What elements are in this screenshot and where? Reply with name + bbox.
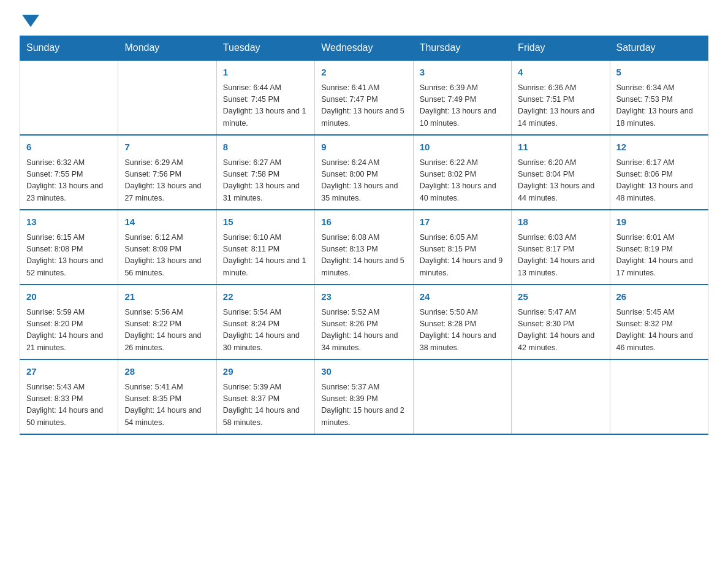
day-number: 29 xyxy=(223,365,308,379)
day-info: Sunrise: 6:03 AMSunset: 8:17 PMDaylight:… xyxy=(518,232,603,280)
day-number: 17 xyxy=(420,215,505,229)
day-number: 22 xyxy=(223,290,308,304)
calendar-cell: 21Sunrise: 5:56 AMSunset: 8:22 PMDayligh… xyxy=(118,285,216,359)
weekday-header-tuesday: Tuesday xyxy=(216,36,314,61)
day-number: 12 xyxy=(616,140,702,155)
day-info: Sunrise: 6:15 AMSunset: 8:08 PMDaylight:… xyxy=(26,232,112,280)
calendar-week-row: 27Sunrise: 5:43 AMSunset: 8:33 PMDayligh… xyxy=(20,359,708,434)
day-info: Sunrise: 6:44 AMSunset: 7:45 PMDaylight:… xyxy=(223,82,308,130)
day-number: 9 xyxy=(321,140,406,155)
day-info: Sunrise: 6:24 AMSunset: 8:00 PMDaylight:… xyxy=(321,157,406,205)
day-info: Sunrise: 6:17 AMSunset: 8:06 PMDaylight:… xyxy=(616,157,702,205)
day-info: Sunrise: 6:39 AMSunset: 7:49 PMDaylight:… xyxy=(420,82,505,130)
day-number: 4 xyxy=(518,66,603,80)
day-number: 16 xyxy=(321,215,406,229)
calendar-cell: 13Sunrise: 6:15 AMSunset: 8:08 PMDayligh… xyxy=(20,210,118,285)
calendar-cell: 24Sunrise: 5:50 AMSunset: 8:28 PMDayligh… xyxy=(413,285,511,359)
day-number: 2 xyxy=(321,66,406,80)
day-info: Sunrise: 5:59 AMSunset: 8:20 PMDaylight:… xyxy=(26,307,112,354)
weekday-header-thursday: Thursday xyxy=(413,36,511,61)
calendar-cell: 20Sunrise: 5:59 AMSunset: 8:20 PMDayligh… xyxy=(20,285,118,359)
calendar-cell xyxy=(20,60,118,135)
calendar-week-row: 13Sunrise: 6:15 AMSunset: 8:08 PMDayligh… xyxy=(20,210,708,285)
calendar-cell: 29Sunrise: 5:39 AMSunset: 8:37 PMDayligh… xyxy=(216,359,314,434)
calendar-cell: 12Sunrise: 6:17 AMSunset: 8:06 PMDayligh… xyxy=(610,135,708,210)
day-info: Sunrise: 5:50 AMSunset: 8:28 PMDaylight:… xyxy=(420,307,505,354)
day-info: Sunrise: 5:54 AMSunset: 8:24 PMDaylight:… xyxy=(223,307,308,354)
day-info: Sunrise: 6:36 AMSunset: 7:51 PMDaylight:… xyxy=(518,82,603,130)
calendar-cell: 27Sunrise: 5:43 AMSunset: 8:33 PMDayligh… xyxy=(20,359,118,434)
day-info: Sunrise: 5:37 AMSunset: 8:39 PMDaylight:… xyxy=(321,381,406,429)
day-number: 15 xyxy=(223,215,308,229)
day-number: 3 xyxy=(420,66,505,80)
day-info: Sunrise: 6:22 AMSunset: 8:02 PMDaylight:… xyxy=(420,157,505,205)
calendar-cell xyxy=(413,359,511,434)
day-info: Sunrise: 6:29 AMSunset: 7:56 PMDaylight:… xyxy=(124,157,210,205)
calendar-cell xyxy=(512,359,610,434)
day-info: Sunrise: 5:52 AMSunset: 8:26 PMDaylight:… xyxy=(321,307,406,354)
day-info: Sunrise: 5:41 AMSunset: 8:35 PMDaylight:… xyxy=(124,381,210,429)
calendar-cell: 30Sunrise: 5:37 AMSunset: 8:39 PMDayligh… xyxy=(315,359,413,434)
day-number: 14 xyxy=(124,215,210,229)
weekday-header-sunday: Sunday xyxy=(20,36,118,61)
day-number: 13 xyxy=(26,215,112,229)
calendar-cell: 5Sunrise: 6:34 AMSunset: 7:53 PMDaylight… xyxy=(610,60,708,135)
calendar-table: SundayMondayTuesdayWednesdayThursdayFrid… xyxy=(20,36,708,435)
day-number: 27 xyxy=(26,365,112,379)
calendar-cell: 7Sunrise: 6:29 AMSunset: 7:56 PMDaylight… xyxy=(118,135,216,210)
day-number: 28 xyxy=(124,365,210,379)
day-number: 21 xyxy=(124,290,210,304)
calendar-cell: 16Sunrise: 6:08 AMSunset: 8:13 PMDayligh… xyxy=(315,210,413,285)
day-number: 11 xyxy=(518,140,603,155)
calendar-cell: 18Sunrise: 6:03 AMSunset: 8:17 PMDayligh… xyxy=(512,210,610,285)
calendar-cell: 9Sunrise: 6:24 AMSunset: 8:00 PMDaylight… xyxy=(315,135,413,210)
calendar-cell: 26Sunrise: 5:45 AMSunset: 8:32 PMDayligh… xyxy=(610,285,708,359)
calendar-cell: 19Sunrise: 6:01 AMSunset: 8:19 PMDayligh… xyxy=(610,210,708,285)
day-number: 7 xyxy=(124,140,210,155)
day-number: 25 xyxy=(518,290,603,304)
day-number: 20 xyxy=(26,290,112,304)
day-info: Sunrise: 6:34 AMSunset: 7:53 PMDaylight:… xyxy=(616,82,702,130)
calendar-cell: 15Sunrise: 6:10 AMSunset: 8:11 PMDayligh… xyxy=(216,210,314,285)
logo-triangle-icon xyxy=(22,15,39,27)
calendar-cell: 22Sunrise: 5:54 AMSunset: 8:24 PMDayligh… xyxy=(216,285,314,359)
day-number: 8 xyxy=(223,140,308,155)
day-info: Sunrise: 5:47 AMSunset: 8:30 PMDaylight:… xyxy=(518,307,603,354)
calendar-week-row: 6Sunrise: 6:32 AMSunset: 7:55 PMDaylight… xyxy=(20,135,708,210)
calendar-cell: 3Sunrise: 6:39 AMSunset: 7:49 PMDaylight… xyxy=(413,60,511,135)
calendar-cell: 14Sunrise: 6:12 AMSunset: 8:09 PMDayligh… xyxy=(118,210,216,285)
calendar-week-row: 20Sunrise: 5:59 AMSunset: 8:20 PMDayligh… xyxy=(20,285,708,359)
day-info: Sunrise: 6:20 AMSunset: 8:04 PMDaylight:… xyxy=(518,157,603,205)
calendar-cell: 23Sunrise: 5:52 AMSunset: 8:26 PMDayligh… xyxy=(315,285,413,359)
calendar-cell: 25Sunrise: 5:47 AMSunset: 8:30 PMDayligh… xyxy=(512,285,610,359)
day-number: 30 xyxy=(321,365,406,379)
day-info: Sunrise: 6:10 AMSunset: 8:11 PMDaylight:… xyxy=(223,232,308,280)
day-info: Sunrise: 5:56 AMSunset: 8:22 PMDaylight:… xyxy=(124,307,210,354)
day-number: 19 xyxy=(616,215,702,229)
calendar-week-row: 1Sunrise: 6:44 AMSunset: 7:45 PMDaylight… xyxy=(20,60,708,135)
calendar-cell: 28Sunrise: 5:41 AMSunset: 8:35 PMDayligh… xyxy=(118,359,216,434)
day-number: 23 xyxy=(321,290,406,304)
day-info: Sunrise: 6:27 AMSunset: 7:58 PMDaylight:… xyxy=(223,157,308,205)
day-number: 6 xyxy=(26,140,112,155)
calendar-cell: 11Sunrise: 6:20 AMSunset: 8:04 PMDayligh… xyxy=(512,135,610,210)
logo xyxy=(20,15,39,23)
calendar-cell: 2Sunrise: 6:41 AMSunset: 7:47 PMDaylight… xyxy=(315,60,413,135)
day-info: Sunrise: 6:41 AMSunset: 7:47 PMDaylight:… xyxy=(321,82,406,130)
weekday-header-monday: Monday xyxy=(118,36,216,61)
calendar-cell xyxy=(118,60,216,135)
calendar-cell: 1Sunrise: 6:44 AMSunset: 7:45 PMDaylight… xyxy=(216,60,314,135)
weekday-header-wednesday: Wednesday xyxy=(315,36,413,61)
day-number: 10 xyxy=(420,140,505,155)
day-number: 18 xyxy=(518,215,603,229)
day-info: Sunrise: 6:12 AMSunset: 8:09 PMDaylight:… xyxy=(124,232,210,280)
day-info: Sunrise: 6:08 AMSunset: 8:13 PMDaylight:… xyxy=(321,232,406,280)
day-info: Sunrise: 5:39 AMSunset: 8:37 PMDaylight:… xyxy=(223,381,308,429)
weekday-header-saturday: Saturday xyxy=(610,36,708,61)
calendar-cell: 17Sunrise: 6:05 AMSunset: 8:15 PMDayligh… xyxy=(413,210,511,285)
weekday-header-row: SundayMondayTuesdayWednesdayThursdayFrid… xyxy=(20,36,708,61)
calendar-cell: 8Sunrise: 6:27 AMSunset: 7:58 PMDaylight… xyxy=(216,135,314,210)
day-number: 5 xyxy=(616,66,702,80)
calendar-cell: 10Sunrise: 6:22 AMSunset: 8:02 PMDayligh… xyxy=(413,135,511,210)
day-info: Sunrise: 5:45 AMSunset: 8:32 PMDaylight:… xyxy=(616,307,702,354)
